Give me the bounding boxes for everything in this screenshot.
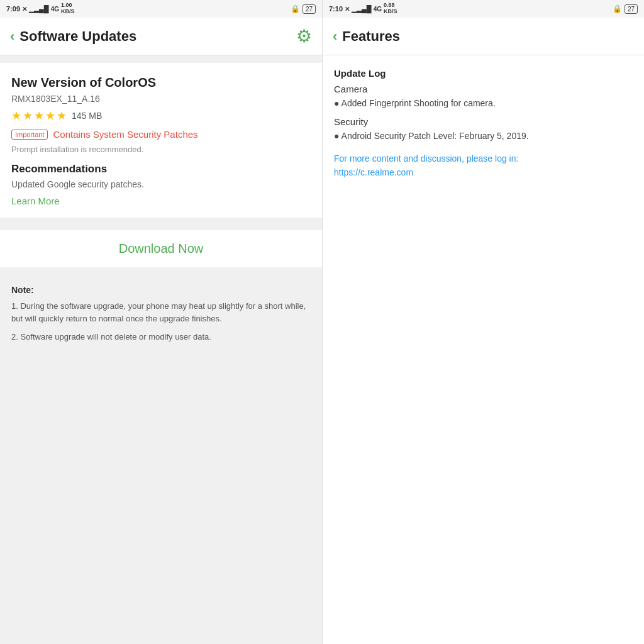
realme-link[interactable]: https://c.realme.com [334, 167, 413, 177]
right-content-area: Update Log Camera ● Added Fingerprint Sh… [323, 55, 644, 644]
screen-container: 7:09 ✕ ▁▂▄█ 4G 1.00KB/S 🔒 27 ‹ Software … [0, 0, 644, 644]
right-status-left: 7:10 ✕ ▁▂▄█ 4G 0.68KB/S [329, 3, 397, 15]
left-back-button[interactable]: ‹ [10, 30, 14, 43]
security-section-title: Security [334, 116, 633, 127]
note-item-1: 1. During the software upgrade, your pho… [11, 300, 311, 325]
right-speed: 0.68KB/S [384, 3, 397, 15]
right-header-left: ‹ Features [333, 28, 400, 45]
left-signal-bars: ▁▂▄█ [29, 5, 49, 13]
important-badge: Important [11, 130, 48, 140]
right-signal-bars: ▁▂▄█ [352, 5, 372, 13]
note-item-2: 2. Software upgrade will not delete or m… [11, 331, 311, 343]
update-log-title: Update Log [334, 68, 633, 79]
download-now-button[interactable]: Download Now [119, 242, 204, 256]
right-status-bar: 7:10 ✕ ▁▂▄█ 4G 0.68KB/S 🔒 27 [323, 0, 644, 18]
right-battery: 27 [625, 4, 638, 14]
right-time: 7:10 [329, 5, 343, 13]
recommendations-text: Updated Google security patches. [11, 179, 311, 189]
security-section: Security ● Android Security Patch Level:… [334, 116, 633, 143]
learn-more-link[interactable]: Learn More [11, 196, 311, 206]
download-card: Download Now [0, 230, 322, 267]
left-4g: 4G [51, 6, 59, 13]
camera-section: Camera ● Added Fingerprint Shooting for … [334, 84, 633, 110]
left-page-title: Software Updates [19, 28, 136, 45]
discussion-link-label: For more content and discussion, please … [334, 153, 518, 164]
star-4: ★ [45, 109, 55, 123]
star-2: ★ [23, 109, 33, 123]
update-info-card: New Version of ColorOS RMX1803EX_11_A.16… [0, 63, 322, 218]
stars-row: ★ ★ ★ ★ ★ 145 MB [11, 109, 311, 123]
right-signal-x: ✕ [345, 6, 350, 13]
gap-1 [0, 218, 322, 224]
prompt-text: Prompt installation is recommended. [11, 145, 311, 154]
right-panel: 7:10 ✕ ▁▂▄█ 4G 0.68KB/S 🔒 27 ‹ Features … [322, 0, 644, 644]
update-title: New Version of ColorOS [11, 75, 311, 90]
note-card: Note: 1. During the software upgrade, yo… [0, 274, 322, 361]
right-lock-icon: 🔒 [613, 4, 622, 13]
left-header-left: ‹ Software Updates [10, 28, 136, 45]
left-status-left: 7:09 ✕ ▁▂▄█ 4G 1.00KB/S [6, 3, 74, 15]
update-version: RMX1803EX_11_A.16 [11, 94, 311, 104]
left-speed: 1.00KB/S [61, 3, 75, 15]
left-battery: 27 [303, 4, 316, 14]
security-patches-text: Contains System Security Patches [53, 129, 197, 140]
right-page-title: Features [342, 28, 400, 45]
left-panel: 7:09 ✕ ▁▂▄█ 4G 1.00KB/S 🔒 27 ‹ Software … [0, 0, 322, 644]
right-status-right: 🔒 27 [613, 4, 638, 14]
star-5: ★ [57, 109, 67, 123]
right-header: ‹ Features [323, 18, 644, 55]
left-header: ‹ Software Updates ⚙ [0, 18, 322, 55]
left-lock-icon: 🔒 [291, 4, 300, 13]
discussion-link-area[interactable]: For more content and discussion, please … [334, 152, 633, 180]
star-1: ★ [11, 109, 21, 123]
left-status-bar: 7:09 ✕ ▁▂▄█ 4G 1.00KB/S 🔒 27 [0, 0, 322, 18]
left-status-right: 🔒 27 [291, 4, 316, 14]
right-4g: 4G [374, 6, 382, 13]
note-title: Note: [11, 285, 311, 295]
file-size: 145 MB [72, 111, 102, 121]
right-back-button[interactable]: ‹ [333, 30, 337, 43]
camera-item-1: ● Added Fingerprint Shooting for camera. [334, 97, 633, 110]
left-signal-x: ✕ [22, 6, 27, 13]
gap-2 [0, 267, 322, 274]
left-content-area: New Version of ColorOS RMX1803EX_11_A.16… [0, 55, 322, 644]
security-item-1: ● Android Security Patch Level: February… [334, 130, 633, 143]
settings-gear-icon[interactable]: ⚙ [296, 26, 312, 47]
star-3: ★ [34, 109, 44, 123]
left-time: 7:09 [6, 5, 20, 13]
important-badge-row: Important Contains System Security Patch… [11, 129, 311, 140]
camera-section-title: Camera [334, 84, 633, 94]
recommendations-title: Recommendations [11, 163, 311, 175]
